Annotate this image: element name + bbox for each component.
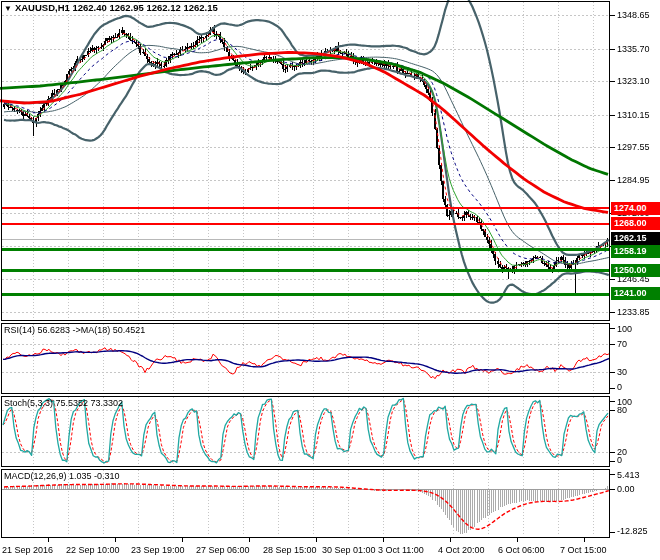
time-tick-label: 23 Sep 19:00	[131, 545, 185, 555]
time-tick-label: 21 Sep 2016	[2, 545, 53, 555]
price-tick-label: 1323.10	[617, 76, 650, 86]
price-level-badge: 1250.00	[611, 264, 660, 277]
stoch-panel-label: Stoch(5,3,3) 75.5352 73.3302	[4, 398, 123, 408]
price-level-badge: 1258.19	[611, 245, 660, 258]
indicator-scale-label: 30	[617, 367, 627, 377]
indicator-scale-label: 0	[617, 382, 622, 392]
ohlc-quote-label: 1262.40 1262.95 1262.12 1262.15	[72, 2, 217, 13]
symbol-dropdown-icon[interactable]: ▼	[4, 4, 12, 13]
indicator-scale-label: 100	[617, 324, 632, 334]
time-tick-label: 6 Oct 06:00	[498, 545, 545, 555]
price-level-badge: 1262.15	[611, 232, 660, 245]
time-tick-label: 22 Sep 10:00	[66, 545, 120, 555]
indicator-scale-label: 0.00	[617, 484, 635, 494]
price-tick-label: 1348.65	[617, 10, 650, 20]
indicator-scale-label: 0	[617, 455, 622, 465]
time-tick-label: 30 Sep 01:00	[322, 545, 376, 555]
time-tick-label: 28 Sep 15:00	[263, 545, 317, 555]
chart-title: ▼XAUUSD,H1 1262.40 1262.95 1262.12 1262.…	[4, 2, 218, 13]
rsi-panel-label: RSI(14) 56.6283 ->MA(18) 50.4521	[4, 325, 145, 335]
indicator-scale-label: 70	[617, 339, 627, 349]
macd-panel-label: MACD(12,26,9) 1.035 -0.310	[4, 471, 120, 481]
price-level-badge: 1274.00	[611, 202, 660, 215]
time-tick-label: 3 Oct 11:00	[378, 545, 424, 555]
price-tick-label: 1335.70	[617, 44, 650, 54]
indicator-scale-label: -12.825	[617, 526, 648, 536]
mt4-chart-window: ▼XAUUSD,H1 1262.40 1262.95 1262.12 1262.…	[0, 0, 660, 560]
indicator-scale-label: 5.413	[617, 470, 640, 480]
time-tick-label: 4 Oct 20:00	[438, 545, 485, 555]
price-tick-label: 1233.85	[617, 307, 650, 317]
price-tick-label: 1297.55	[617, 142, 650, 152]
symbol-timeframe-label: XAUUSD,H1	[15, 2, 70, 13]
price-tick-label: 1284.95	[617, 175, 650, 185]
time-tick-label: 7 Oct 15:00	[560, 545, 607, 555]
price-level-badge: 1268.00	[611, 217, 660, 230]
indicator-scale-label: 80	[617, 405, 627, 415]
price-tick-label: 1310.15	[617, 110, 650, 120]
time-tick-label: 27 Sep 06:00	[196, 545, 250, 555]
price-level-badge: 1241.00	[611, 287, 660, 300]
